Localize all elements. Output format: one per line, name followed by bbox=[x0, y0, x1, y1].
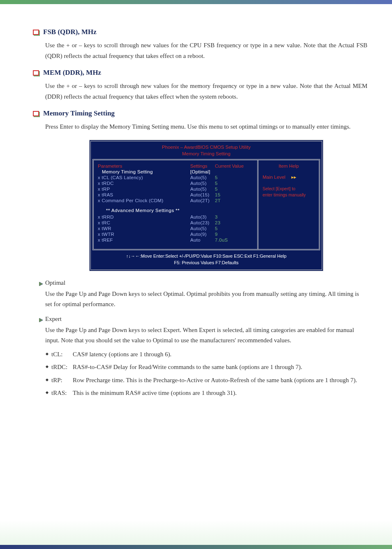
bios-footer: ↑↓→←:Move Enter:Select +/-/PU/PD:Value F… bbox=[91, 250, 322, 270]
bios-row-mts[interactable]: Memory Timing Setting [Optimal] bbox=[98, 169, 253, 174]
bullet-trdc: tRDC: RAS#-to-CAS# Delay for Read/Write … bbox=[45, 362, 367, 373]
bios-title-2: Memory Timing Setting bbox=[91, 150, 322, 157]
bios-row-tras[interactable]: x tRAS Auto(15) 15 bbox=[98, 192, 253, 197]
bullet-label: tRP: bbox=[51, 375, 73, 386]
param: x tRC bbox=[98, 220, 190, 225]
main-level-row: Main Level ▸▸ bbox=[263, 174, 315, 180]
expert-title: Expert bbox=[45, 316, 62, 323]
param: x tWTR bbox=[98, 232, 190, 237]
bios-column-headers: Parameters Settings Current Value bbox=[98, 164, 253, 168]
adv-mem-header: ** Advanced Memory Settings ** bbox=[106, 208, 253, 213]
double-arrow-icon: ▸▸ bbox=[291, 174, 296, 180]
body-mem: Use the + or – keys to scroll through ne… bbox=[45, 81, 367, 102]
expert-body: Use the Page Up and Page Down keys to se… bbox=[45, 325, 367, 346]
triangle-bullet-icon bbox=[39, 318, 43, 322]
square-bullet-icon bbox=[33, 111, 39, 116]
footer-line-2: F5: Previous Values F7:Defaults bbox=[92, 259, 320, 266]
current: 5 bbox=[215, 226, 218, 231]
heading-memtiming: Memory Timing Setting bbox=[43, 109, 115, 118]
bullet-tcl: tCL: CAS# latency (options are 1 through… bbox=[45, 349, 367, 360]
section-heading-fsb: FSB (QDR), MHz bbox=[33, 28, 367, 36]
bullet-trp: tRP: Row Precharge time. This is the Pre… bbox=[45, 375, 367, 386]
optimal-body: Use the Page Up and Page Down keys to se… bbox=[45, 289, 367, 310]
bullet-label: tRAS: bbox=[51, 388, 73, 399]
body-memtiming: Press Enter to display the Memory Timing… bbox=[45, 122, 367, 132]
help-line-2: enter timings manually bbox=[263, 192, 315, 198]
help-text: Select [Expert] to enter timings manuall… bbox=[263, 186, 315, 199]
bios-help-panel: Item Help Main Level ▸▸ Select [Expert] … bbox=[257, 160, 319, 249]
triangle-bullet-icon bbox=[39, 282, 43, 286]
col-settings: Settings bbox=[190, 164, 215, 168]
bios-row-trc[interactable]: x tRC Auto(23) 23 bbox=[98, 220, 253, 225]
setting: Auto(3) bbox=[190, 215, 215, 219]
heading-fsb: FSB (QDR), MHz bbox=[43, 28, 97, 36]
setting: Auto(23) bbox=[190, 220, 215, 225]
main-level-label: Main Level bbox=[263, 175, 286, 180]
heading-mem: MEM (DDR), MHz bbox=[43, 69, 101, 77]
diamond-bullet-icon bbox=[46, 353, 48, 355]
bullet-label: tCL: bbox=[51, 349, 73, 360]
diamond-bullet-icon bbox=[46, 378, 48, 381]
param: x tRP bbox=[98, 187, 190, 191]
bios-row-trrd[interactable]: x tRRD Auto(3) 3 bbox=[98, 215, 253, 219]
setting: Auto(2T) bbox=[190, 198, 215, 203]
item-help-title: Item Help bbox=[263, 164, 315, 168]
param: x tRDC bbox=[98, 181, 190, 186]
param: x tREF bbox=[98, 238, 190, 242]
setting: [Optimal] bbox=[190, 169, 215, 174]
param: x tRRD bbox=[98, 215, 190, 219]
current: 15 bbox=[215, 192, 220, 197]
footer-line-1: ↑↓→←:Move Enter:Select +/-/PU/PD:Value F… bbox=[92, 253, 320, 260]
bullet-label: tRDC: bbox=[51, 362, 73, 373]
current: 5 bbox=[215, 181, 218, 186]
current: 5 bbox=[215, 175, 218, 180]
bullet-desc: This is the minimum RAS# active time (op… bbox=[73, 388, 367, 399]
param: x tRAS bbox=[98, 192, 190, 197]
section-heading-memtiming: Memory Timing Setting bbox=[33, 109, 367, 118]
bottom-accent-bar bbox=[0, 545, 392, 549]
bios-row-cdm[interactable]: x Command Per Clock (CDM) Auto(2T) 2T bbox=[98, 198, 253, 203]
setting: Auto(9) bbox=[190, 232, 215, 237]
current: 23 bbox=[215, 220, 220, 225]
bios-row-tcl[interactable]: x tCL (CAS Latency) Auto(5) 5 bbox=[98, 175, 253, 180]
bios-row-trdc[interactable]: x tRDC Auto(5) 5 bbox=[98, 181, 253, 186]
bios-header: Phoenix – AwardBIOS CMOS Setup Utility M… bbox=[91, 141, 322, 159]
current: 3 bbox=[215, 215, 218, 219]
diamond-bullet-icon bbox=[46, 391, 48, 394]
help-line-1: Select [Expert] to bbox=[263, 186, 315, 192]
param: x tCL (CAS Latency) bbox=[98, 175, 190, 180]
bios-title-1: Phoenix – AwardBIOS CMOS Setup Utility bbox=[91, 144, 322, 150]
bios-left-panel: Parameters Settings Current Value Memory… bbox=[94, 160, 257, 249]
bullet-tras: tRAS: This is the minimum RAS# active ti… bbox=[45, 388, 367, 399]
param: x Command Per Clock (CDM) bbox=[98, 198, 190, 203]
bullet-desc: RAS#-to-CAS# Delay for Read/Write comman… bbox=[73, 362, 367, 373]
bottom-fade bbox=[0, 520, 392, 545]
section-heading-mem: MEM (DDR), MHz bbox=[33, 69, 367, 77]
optimal-title: Optimal bbox=[45, 279, 65, 286]
square-bullet-icon bbox=[33, 30, 39, 35]
param: x tWR bbox=[98, 226, 190, 231]
setting: Auto(5) bbox=[190, 175, 215, 180]
current: 9 bbox=[215, 232, 218, 237]
param: Memory Timing Setting bbox=[102, 169, 190, 174]
square-bullet-icon bbox=[33, 70, 39, 76]
current: 2T bbox=[215, 198, 221, 203]
diamond-bullet-icon bbox=[46, 365, 48, 368]
current: 7.0uS bbox=[215, 238, 228, 242]
subheading-expert: Expert bbox=[39, 316, 367, 323]
bios-panel: Phoenix – AwardBIOS CMOS Setup Utility M… bbox=[89, 140, 323, 271]
bullet-list: tCL: CAS# latency (options are 1 through… bbox=[45, 349, 367, 399]
page-content: FSB (QDR), MHz Use the + or – keys to sc… bbox=[0, 0, 392, 549]
setting: Auto bbox=[190, 238, 215, 242]
bios-row-tref[interactable]: x tREF Auto 7.0uS bbox=[98, 238, 253, 242]
bios-row-twr[interactable]: x tWR Auto(5) 5 bbox=[98, 226, 253, 231]
bullet-desc: CAS# latency (options are 1 through 6). bbox=[73, 349, 367, 360]
setting: Auto(5) bbox=[190, 226, 215, 231]
setting: Auto(5) bbox=[190, 187, 215, 191]
bullet-desc: Row Precharge time. This is the Precharg… bbox=[73, 375, 367, 386]
bios-row-trp[interactable]: x tRP Auto(5) 5 bbox=[98, 187, 253, 191]
bios-row-twtr[interactable]: x tWTR Auto(9) 9 bbox=[98, 232, 253, 237]
current: 5 bbox=[215, 187, 218, 191]
subheading-optimal: Optimal bbox=[39, 279, 367, 286]
setting: Auto(15) bbox=[190, 192, 215, 197]
